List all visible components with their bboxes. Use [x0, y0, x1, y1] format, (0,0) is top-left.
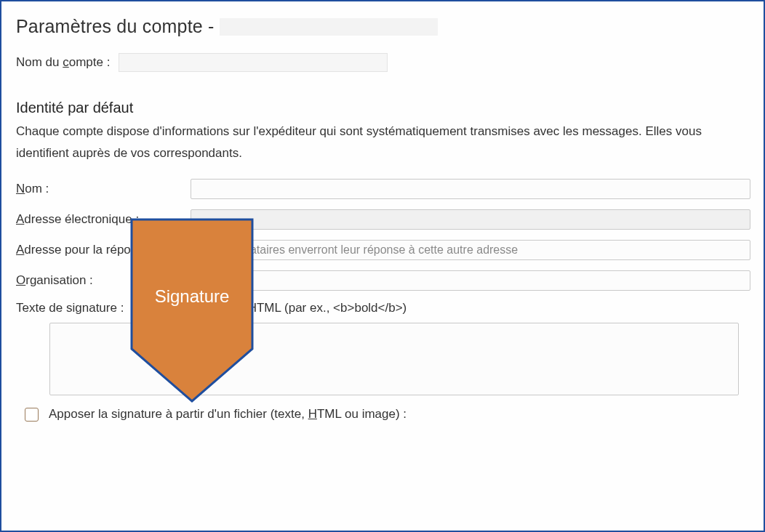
signature-textarea[interactable] [49, 323, 739, 395]
email-input[interactable] [191, 209, 750, 230]
identity-section-title: Identité par défaut [16, 100, 750, 116]
organisation-input[interactable] [191, 270, 750, 291]
organisation-label: Organisation : [16, 273, 191, 288]
reply-to-label: Adresse pour la réponse : [16, 243, 191, 257]
use-html-label: Utiliser HTML (par ex., <b>bold</b>) [207, 301, 406, 315]
signature-file-label: Apposer la signature à partir d'un fichi… [49, 407, 406, 422]
title-redacted [220, 18, 438, 36]
use-html-checkbox[interactable] [187, 302, 199, 315]
account-name-field[interactable] [119, 53, 388, 72]
identity-description: Chaque compte dispose d'informations sur… [16, 121, 750, 164]
account-name-label: Nom du compte : [16, 55, 110, 70]
reply-to-input[interactable] [191, 240, 750, 260]
signature-file-checkbox[interactable] [25, 408, 39, 422]
name-input[interactable] [191, 179, 750, 199]
signature-text-label: Texte de signature : [16, 301, 187, 315]
name-label: Nom : [16, 182, 191, 196]
page-title: Paramètres du compte - [16, 16, 750, 37]
email-label: Adresse électronique : [16, 212, 191, 227]
title-text: Paramètres du compte - [16, 16, 220, 36]
